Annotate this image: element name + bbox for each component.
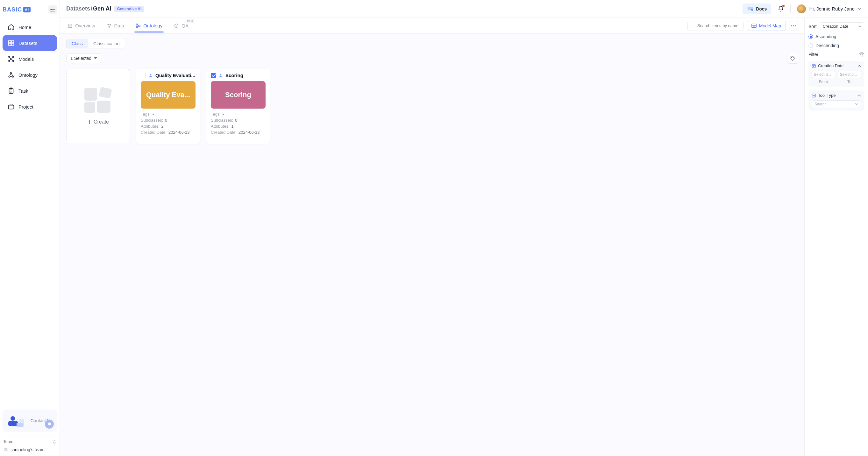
- svg-point-33: [6, 448, 7, 449]
- docs-button[interactable]: Docs: [743, 3, 771, 14]
- user-menu[interactable]: Hi, Jennie Ruby Jane: [797, 4, 862, 13]
- sort-dropdown[interactable]: Creation Date: [820, 22, 864, 30]
- radio-label: Descending: [815, 43, 839, 48]
- sidebar-item-models[interactable]: Models: [3, 51, 57, 67]
- filter-date-to-input[interactable]: Select d...: [838, 71, 861, 78]
- tag-button[interactable]: [787, 53, 798, 64]
- card-checkbox[interactable]: [141, 73, 146, 78]
- svg-point-11: [13, 61, 14, 62]
- notifications-button[interactable]: [778, 5, 784, 12]
- filter-group-title: Creation Date: [818, 63, 843, 68]
- divider: [790, 4, 790, 13]
- chevron-up-icon[interactable]: [858, 65, 861, 67]
- svg-point-56: [791, 57, 792, 58]
- sidebar-item-project[interactable]: Project: [3, 99, 57, 115]
- meta-label-attributes: Attributes:: [211, 124, 229, 129]
- tool-type-search[interactable]: Search: [812, 100, 861, 108]
- sidebar-item-datasets[interactable]: Datasets: [3, 35, 57, 51]
- dataset-type-tag: Generative AI: [114, 6, 144, 12]
- svg-rect-31: [19, 419, 24, 423]
- sort-label: Sort: [808, 24, 817, 29]
- svg-rect-4: [11, 40, 14, 43]
- person-icon: [218, 73, 223, 78]
- segment-classification[interactable]: Classification: [88, 39, 124, 48]
- breadcrumb-root[interactable]: Datasets: [66, 5, 90, 12]
- class-card[interactable]: Scoring Scoring Tags:- Subclasses:0 Attr…: [206, 69, 270, 144]
- sidebar-item-home[interactable]: Home: [3, 19, 57, 35]
- svg-rect-30: [17, 423, 24, 427]
- create-icon: [84, 88, 112, 113]
- contact-illustration: [7, 413, 26, 428]
- svg-rect-39: [109, 24, 111, 26]
- svg-line-14: [9, 60, 10, 61]
- meta-value-attributes: 2: [161, 124, 164, 129]
- meta-label-tags: Tags:: [211, 112, 221, 117]
- selected-dropdown[interactable]: 1 Selected: [66, 54, 101, 63]
- card-checkbox[interactable]: [211, 73, 216, 78]
- team-section-label: Team: [3, 439, 13, 444]
- nav-label: Ontology: [19, 72, 38, 78]
- tag-icon: [789, 56, 796, 61]
- class-card[interactable]: Quality Evaluati... Quality Eva... Tags:…: [136, 69, 200, 144]
- overview-icon: [67, 23, 72, 28]
- tab-label: Ontology: [143, 23, 162, 28]
- meta-label-tags: Tags:: [141, 112, 151, 117]
- svg-point-52: [791, 25, 792, 26]
- caret-down-icon: [94, 57, 97, 59]
- filter-label: Filter: [808, 52, 818, 57]
- contact-us-card[interactable]: Contact Us: [3, 409, 57, 432]
- sort-ascending-radio[interactable]: Ascending: [808, 34, 864, 39]
- create-class-card[interactable]: Create: [66, 69, 130, 144]
- avatar: [797, 4, 806, 13]
- project-icon: [8, 103, 14, 110]
- svg-line-20: [11, 73, 13, 76]
- filter-date-from-input[interactable]: Select d...: [812, 71, 835, 78]
- meta-value-subclasses: 0: [165, 118, 167, 123]
- ellipsis-icon: [791, 25, 796, 26]
- segment-class[interactable]: Class: [66, 39, 88, 48]
- svg-rect-3: [9, 40, 11, 43]
- date-from-label: From: [812, 80, 835, 84]
- svg-marker-55: [94, 57, 97, 59]
- svg-rect-5: [9, 43, 11, 45]
- svg-rect-48: [752, 24, 756, 27]
- sidebar-item-task[interactable]: Task: [3, 83, 57, 99]
- nav-label: Models: [19, 56, 34, 62]
- filter-reset-icon[interactable]: [859, 52, 864, 57]
- user-name: Jennie Ruby Jane: [816, 6, 855, 11]
- sidebar: BASICAI Home Datasets Models Ontology: [0, 0, 60, 456]
- sidebar-collapse-button[interactable]: [48, 5, 57, 14]
- svg-rect-62: [812, 64, 816, 67]
- team-selector[interactable]: janineling's team: [3, 446, 57, 453]
- models-icon: [8, 55, 14, 62]
- tab-qa[interactable]: QA Beta: [173, 19, 190, 32]
- sort-descending-radio[interactable]: Descending: [808, 43, 864, 48]
- sort-value: Creation Date: [823, 24, 848, 29]
- nav-label: Task: [19, 88, 28, 94]
- tab-overview[interactable]: Overview: [66, 19, 96, 32]
- meta-value-subclasses: 0: [235, 118, 237, 123]
- model-map-icon: [751, 24, 756, 28]
- docs-icon: [747, 6, 753, 12]
- svg-rect-41: [136, 24, 137, 25]
- card-banner: Scoring: [211, 81, 266, 109]
- svg-point-53: [793, 25, 794, 26]
- breadcrumb-sep: /: [91, 5, 92, 12]
- chevron-up-icon[interactable]: [858, 95, 861, 96]
- right-panel: Sort Creation Date Ascending Descending …: [804, 18, 868, 456]
- svg-point-54: [795, 25, 796, 26]
- ontology-tab-icon: [136, 23, 141, 28]
- docs-label: Docs: [756, 6, 767, 11]
- selected-count-label: 1 Selected: [70, 56, 91, 61]
- tab-ontology[interactable]: Ontology: [134, 19, 164, 32]
- search-input[interactable]: [687, 21, 744, 31]
- app-logo: BASICAI: [3, 6, 31, 13]
- svg-rect-40: [108, 26, 110, 28]
- sidebar-item-ontology[interactable]: Ontology: [3, 67, 57, 83]
- beta-badge: Beta: [186, 19, 194, 23]
- nav-label: Home: [19, 25, 31, 30]
- tab-data[interactable]: Data: [105, 19, 126, 32]
- sort-icon[interactable]: [53, 439, 56, 444]
- more-button[interactable]: [789, 21, 798, 31]
- model-map-button[interactable]: Model Map: [747, 21, 786, 31]
